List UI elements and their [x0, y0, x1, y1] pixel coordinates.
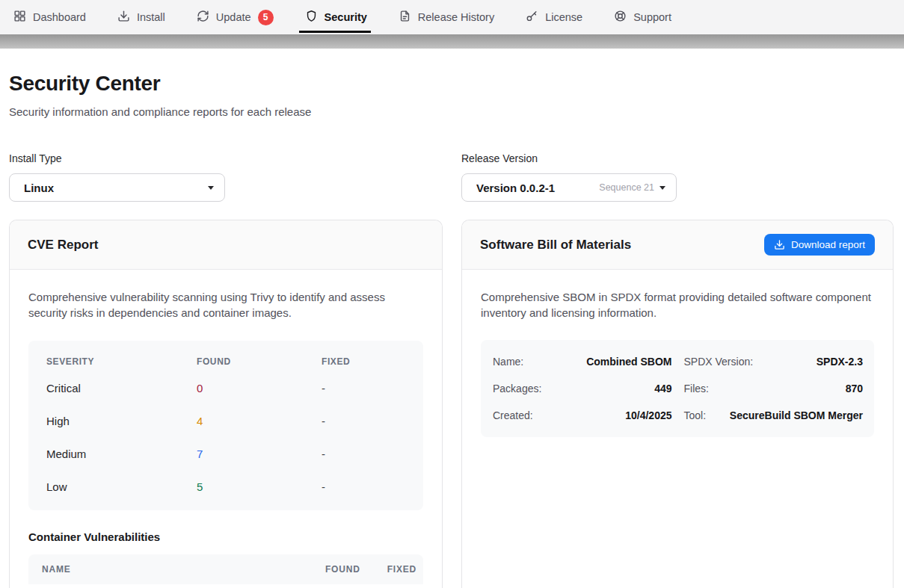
info-label: Tool:: [684, 409, 707, 421]
release-version-value: Version 0.0.2-1: [476, 182, 555, 194]
col-name: Name: [42, 564, 325, 575]
col-found: Found: [197, 356, 322, 367]
download-icon: [117, 10, 130, 25]
info-value: SecureBuild SBOM Merger: [730, 409, 863, 421]
nav-label: Update: [216, 11, 251, 23]
sbom-card-body: Comprehensive SBOM in SPDX format provid…: [462, 270, 893, 457]
cve-report-card: CVE Report Comprehensive vulnerability s…: [9, 220, 443, 588]
cve-card-body: Comprehensive vulnerability scanning usi…: [10, 270, 442, 588]
update-count-badge: 5: [258, 10, 274, 25]
table-row: Critical 0 -: [28, 372, 423, 405]
nav-item-install[interactable]: Install: [117, 0, 165, 34]
found-value: 5: [197, 480, 322, 493]
install-type-label: Install Type: [9, 152, 443, 164]
dashboard-icon: [13, 10, 26, 25]
info-cell-files: Files: 870: [684, 375, 864, 402]
key-icon: [526, 10, 538, 25]
install-type-value: Linux: [24, 182, 54, 194]
nav-item-license[interactable]: License: [526, 0, 582, 34]
table-row: Medium 7 -: [28, 438, 423, 471]
chevron-down-icon: [208, 186, 214, 190]
nav-label: Support: [633, 11, 671, 23]
severity-label: High: [46, 415, 197, 427]
nav-label: Install: [137, 11, 165, 23]
col-found: Found: [325, 564, 360, 575]
nav-label: Release History: [418, 11, 494, 23]
severity-label: Medium: [46, 448, 197, 460]
severity-table: Severity Found Fixed Critical 0 - High 4…: [28, 341, 423, 510]
sequence-badge: Sequence 21: [599, 182, 654, 193]
lifebuoy-icon: [614, 10, 627, 25]
found-value: 0: [197, 382, 322, 394]
table-row: Low 5 -: [28, 471, 423, 504]
info-cell-created: Created: 10/4/2025: [493, 402, 672, 429]
chevron-down-icon: [659, 186, 665, 190]
col-severity: Severity: [46, 356, 197, 367]
install-type-filter: Install Type Linux: [9, 152, 443, 202]
info-label: Files:: [684, 383, 709, 394]
info-value: SPDX-2.3: [817, 356, 863, 368]
sbom-description: Comprehensive SBOM in SPDX format provid…: [481, 289, 874, 321]
cve-card-title: CVE Report: [28, 238, 98, 253]
fixed-value: -: [322, 382, 405, 394]
nav-item-security[interactable]: Security: [305, 0, 367, 34]
info-label: Name:: [493, 356, 523, 368]
nav-label: License: [545, 11, 582, 23]
cards-row: CVE Report Comprehensive vulnerability s…: [9, 220, 895, 588]
info-value: Combined SBOM: [586, 356, 671, 368]
document-icon: [399, 10, 411, 25]
col-fixed: Fixed: [322, 356, 405, 367]
nav-label: Security: [325, 11, 367, 23]
info-label: SPDX Version:: [684, 356, 754, 368]
page-subtitle: Security information and compliance repo…: [9, 105, 895, 118]
col-fixed: Fixed: [387, 564, 416, 575]
cve-card-header: CVE Report: [10, 220, 442, 270]
fixed-value: -: [322, 480, 405, 493]
shield-icon: [305, 10, 318, 25]
nav-label: Dashboard: [33, 11, 86, 23]
info-value: 449: [654, 383, 671, 394]
info-value: 10/4/2025: [625, 409, 671, 421]
container-vulnerabilities-title: Container Vulnerabilities: [28, 530, 423, 543]
info-cell-name: Name: Combined SBOM: [493, 348, 672, 375]
refresh-icon: [197, 10, 209, 25]
top-navigation: Dashboard Install Update 5 Security: [0, 0, 904, 34]
nav-item-release-history[interactable]: Release History: [399, 0, 494, 34]
info-cell-packages: Packages: 449: [493, 375, 672, 402]
page-title: Security Center: [9, 72, 895, 96]
severity-label: Low: [46, 480, 197, 493]
download-icon: [774, 239, 785, 250]
download-report-label: Download report: [791, 239, 865, 250]
found-value: 4: [197, 415, 322, 427]
sbom-info-grid: Name: Combined SBOM SPDX Version: SPDX-2…: [481, 340, 874, 437]
main-content: Security Center Security information and…: [0, 72, 904, 588]
release-version-filter: Release Version Version 0.0.2-1 Sequence…: [461, 152, 894, 202]
severity-label: Critical: [46, 382, 197, 394]
nav-item-update[interactable]: Update 5: [197, 0, 274, 34]
fixed-value: -: [322, 415, 405, 427]
header-shadow-strip: [0, 34, 904, 49]
fixed-value: -: [322, 448, 405, 460]
info-cell-tool: Tool: SecureBuild SBOM Merger: [684, 402, 864, 429]
nav-item-dashboard[interactable]: Dashboard: [13, 0, 86, 34]
sbom-card-title: Software Bill of Materials: [480, 238, 631, 253]
container-table-header: Name Found Fixed: [28, 554, 423, 584]
table-row: High 4 -: [28, 405, 423, 438]
sbom-card: Software Bill of Materials Download repo…: [461, 220, 894, 588]
filters-row: Install Type Linux Release Version Versi…: [9, 152, 895, 202]
release-version-label: Release Version: [461, 152, 894, 164]
severity-table-header: Severity Found Fixed: [28, 351, 423, 372]
info-label: Packages:: [493, 383, 541, 394]
info-cell-spdx-version: SPDX Version: SPDX-2.3: [684, 348, 864, 375]
nav-item-support[interactable]: Support: [614, 0, 671, 34]
found-value: 7: [197, 448, 322, 460]
info-value: 870: [846, 383, 863, 394]
download-report-button[interactable]: Download report: [764, 234, 875, 256]
cve-description: Comprehensive vulnerability scanning usi…: [28, 289, 423, 321]
info-label: Created:: [493, 409, 533, 421]
release-version-select[interactable]: Version 0.0.2-1 Sequence 21: [461, 173, 677, 202]
sbom-card-header: Software Bill of Materials Download repo…: [462, 220, 893, 270]
install-type-select[interactable]: Linux: [9, 173, 225, 202]
